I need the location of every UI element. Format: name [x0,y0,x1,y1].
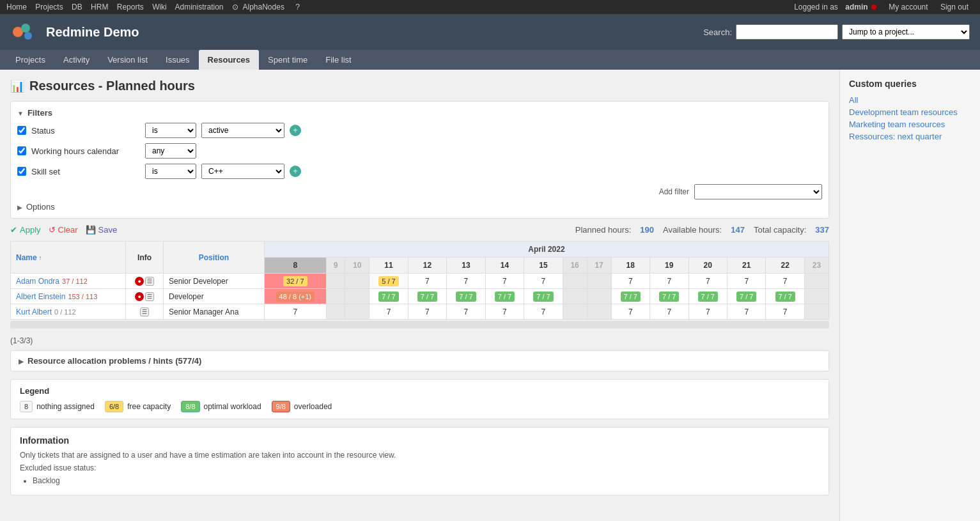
nav-db[interactable]: DB [72,3,82,12]
day-header-19: 19 [650,258,688,274]
day-header-12: 12 [408,258,446,274]
cell-day-14[interactable]: 7 / 7 [485,289,524,304]
pagination: (1-3/3) [10,336,829,345]
name-link[interactable]: Albert Einstein [16,292,65,301]
cell-name: Kurt Albert0 / 112 [11,304,126,320]
name-link[interactable]: Kurt Albert [16,307,52,316]
table-scrollbar[interactable] [10,321,829,329]
day-header-8: 8 [264,258,326,274]
nav-home[interactable]: Home [6,3,27,12]
cell-day-20[interactable]: 7 / 7 [688,289,727,304]
sidebar-link-all[interactable]: All [849,95,971,105]
info-title: Information [20,435,820,446]
filters-toggle[interactable]: Filters [17,108,822,118]
name-link[interactable]: Adam Ondra [16,277,59,286]
search-input[interactable] [736,24,838,40]
cell-day-13: 7 [447,304,485,320]
col-header-info: Info [126,242,164,274]
cell-day-14: 7 [485,304,524,320]
main-layout: 📊 Resources - Planned hours Filters Stat… [0,70,980,521]
day-header-21: 21 [727,258,765,274]
nav-issues-tab[interactable]: Issues [157,50,199,70]
overload-cell-badge: 48 / 8 (+1) [276,292,315,302]
table-body: Adam Ondra37 / 112●☰Senior Developer32 /… [11,274,829,320]
legend-overload-box: 9/8 [272,401,290,412]
username: admin [845,3,867,12]
red-circle-icon: ● [135,292,144,301]
col-header-position[interactable]: Position [163,242,264,274]
nav-versionlist-tab[interactable]: Version list [98,50,157,70]
nav-spenttime-tab[interactable]: Spent time [259,50,316,70]
legend-nothing: 8 nothing assigned [20,401,95,412]
resource-table-wrapper: Name Info Position April 2022 8910111213… [10,241,829,331]
col-header-name[interactable]: Name [11,242,126,274]
sidebar-link-marketing[interactable]: Marketing team resources [849,120,971,129]
nav-filelist-tab[interactable]: File list [316,50,360,70]
filter-skillset-operator[interactable]: is is not [145,164,196,179]
options-row[interactable]: Options [17,202,822,212]
cell-day-22[interactable]: 7 / 7 [766,289,804,304]
day-header-18: 18 [611,258,649,274]
cell-day-11[interactable]: 7 / 7 [369,289,408,304]
nav-activity-tab[interactable]: Activity [54,50,98,70]
nav-administration[interactable]: Administration [175,3,223,12]
cell-day-15[interactable]: 7 / 7 [524,289,563,304]
filter-skillset-checkbox[interactable] [17,167,26,176]
legend-overload: 9/8 overloaded [272,401,332,412]
cell-day-11[interactable]: 5 / 7 [369,274,408,289]
info-text: Only tickets that are assigned to a user… [20,451,820,460]
legend-nothing-label: nothing assigned [36,402,95,411]
sidebar-title: Custom queries [849,79,971,89]
options-label: Options [26,202,55,212]
hours-summary: Planned hours: 190 Available hours: 147 … [575,225,829,235]
cell-day-12[interactable]: 7 / 7 [408,289,446,304]
cell-day-16 [563,304,587,320]
app-header: Redmine Demo Search: Jump to a project..… [0,14,980,50]
nav-resources-tab[interactable]: Resources [199,50,259,70]
cell-day-19[interactable]: 7 / 7 [650,289,688,304]
cell-day-9 [326,289,345,304]
nav-projects-tab[interactable]: Projects [6,50,54,70]
cell-day-23 [804,289,828,304]
sign-out-link[interactable]: Sign out [940,3,968,12]
problems-toggle[interactable]: Resource allocation problems / hints (57… [19,356,821,366]
cell-name: Albert Einstein153 / 113 [11,289,126,304]
filter-skillset-add[interactable]: + [290,166,301,177]
nav-projects[interactable]: Projects [35,3,63,12]
optimal-cell-badge: 7 / 7 [456,292,476,302]
cell-day-8[interactable]: 32 / 7 [264,274,326,289]
planned-value: 190 [640,225,654,235]
nav-alphanodes[interactable]: AlphaNodes [243,3,284,12]
red-circle-icon: ● [135,277,144,286]
sidebar-link-dev[interactable]: Development team resources [849,107,971,117]
cell-day-8[interactable]: 48 / 8 (+1) [264,289,326,304]
filter-status-value[interactable]: active inactive any [201,123,284,138]
filters-label: Filters [27,108,52,118]
filter-status-add[interactable]: + [290,125,301,136]
clear-button[interactable]: ↺ Clear [49,225,78,235]
top-bar: Home Projects DB HRM Reports Wiki Admini… [0,0,980,14]
my-account-link[interactable]: My account [889,3,928,12]
sidebar-link-nextquarter[interactable]: Ressources: next quarter [849,132,971,141]
add-filter-select[interactable] [694,184,822,199]
nav-reports[interactable]: Reports [117,3,144,12]
app-logo [10,19,36,45]
filter-calendar-checkbox[interactable] [17,146,26,155]
cell-day-18[interactable]: 7 / 7 [611,289,649,304]
filter-status-checkbox[interactable] [17,126,26,135]
nav-hrm[interactable]: HRM [91,3,108,12]
project-jump-select[interactable]: Jump to a project... [842,24,970,40]
cell-day-13[interactable]: 7 / 7 [447,289,485,304]
cell-day-17 [587,289,611,304]
problems-section: Resource allocation problems / hints (57… [10,350,829,371]
filter-status-operator[interactable]: is is not [145,123,196,138]
cell-day-11: 7 [369,304,408,320]
filter-calendar-operator[interactable]: any is [145,143,196,159]
apply-button[interactable]: ✔ Apply [10,225,41,235]
filter-skillset-value[interactable]: C++ Java Python [201,164,284,179]
nav-wiki[interactable]: Wiki [152,3,167,12]
cell-day-21[interactable]: 7 / 7 [727,289,765,304]
filter-row-calendar: Working hours calendar any is [17,143,822,159]
cell-day-22: 7 [766,304,804,320]
save-button[interactable]: 💾 Save [86,225,118,235]
